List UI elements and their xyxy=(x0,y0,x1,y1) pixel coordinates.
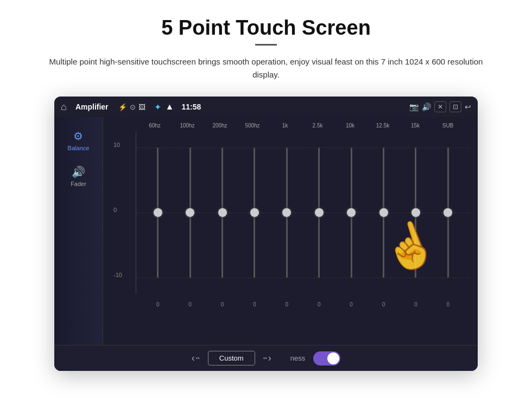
slider-fill-top-15k xyxy=(415,147,416,206)
freq-labels: 60hz 100hz 200hz 500hz 1k 2.5k 10k 12.5k… xyxy=(111,123,470,131)
slider-value-100hz: 0 xyxy=(188,301,192,307)
slider-thumb-sub[interactable] xyxy=(444,208,452,217)
slider-fill-bottom-10k xyxy=(351,219,352,278)
eq-wrapper: 10 0 -10 xyxy=(111,131,470,294)
slider-thumb-100hz[interactable] xyxy=(186,208,194,217)
slider-thumb-12k5[interactable] xyxy=(379,208,388,217)
close-icon[interactable]: ✕ xyxy=(434,101,446,112)
slider-thumb-1k[interactable] xyxy=(282,208,291,217)
next-chevron-icon: › xyxy=(268,352,271,364)
slider-col-2k5[interactable]: 0 xyxy=(303,131,335,294)
slider-fill-top-500hz xyxy=(254,147,255,206)
slider-fill-top-1k xyxy=(286,147,288,206)
slider-col-15k[interactable]: 0 xyxy=(400,131,432,294)
slider-col-1k[interactable]: 0 xyxy=(271,131,303,294)
slider-thumb-200hz[interactable] xyxy=(218,208,227,217)
slider-fill-bottom-12k5 xyxy=(383,219,384,278)
slider-col-200hz[interactable]: 0 xyxy=(206,131,238,294)
sidebar-item-fader[interactable]: 🔊 Fader xyxy=(68,161,89,191)
slider-thumb-60hz[interactable] xyxy=(154,208,162,217)
slider-value-2k5: 0 xyxy=(318,301,321,307)
wifi-icon: ▲ xyxy=(166,102,174,112)
slider-track-sub[interactable] xyxy=(447,147,449,278)
app-title: Amplifier xyxy=(75,102,109,111)
slider-col-10k[interactable]: 0 xyxy=(335,131,367,294)
slider-fill-top-100hz xyxy=(189,147,191,206)
slider-value-60hz: 0 xyxy=(156,301,160,307)
slider-track-10k[interactable] xyxy=(351,147,352,278)
sidebar-item-balance[interactable]: ⚙ Balance xyxy=(65,125,92,156)
slider-track-15k[interactable] xyxy=(415,147,416,278)
slider-thumb-15k[interactable] xyxy=(411,208,420,217)
freq-200hz: 200hz xyxy=(209,123,231,129)
slider-fill-bottom-15k xyxy=(415,219,416,278)
loudness-toggle[interactable] xyxy=(313,351,340,365)
back-icon[interactable]: ↩ xyxy=(465,102,471,111)
freq-15k: 15k xyxy=(404,123,426,129)
slider-thumb-500hz[interactable] xyxy=(250,208,259,217)
grid-label-10: 10 xyxy=(113,142,120,148)
slider-value-10k: 0 xyxy=(350,301,353,307)
prev-chevron-icon: ‹ xyxy=(192,352,195,364)
gps-icon: ⊙ xyxy=(130,103,136,111)
freq-sub: SUB xyxy=(437,123,459,129)
slider-value-12k5: 0 xyxy=(382,301,385,307)
slider-fill-top-2k5 xyxy=(318,147,320,206)
slider-col-60hz[interactable]: 0 xyxy=(142,131,174,294)
freq-1k: 1k xyxy=(274,123,296,129)
slider-value-1k: 0 xyxy=(286,301,289,307)
volume-icon[interactable]: 🔊 xyxy=(422,102,431,111)
slider-track-1k[interactable] xyxy=(286,147,288,278)
main-content: ⚙ Balance 🔊 Fader 60hz 100hz 200hz 500hz… xyxy=(54,117,478,345)
freq-10k: 10k xyxy=(339,123,361,129)
bluetooth-icon: ✦ xyxy=(154,102,161,112)
window-icon[interactable]: ⊡ xyxy=(449,101,461,112)
next-preset-button[interactable]: •• › xyxy=(263,352,271,364)
sidebar: ⚙ Balance 🔊 Fader xyxy=(54,117,103,345)
sidebar-label-fader: Fader xyxy=(71,181,86,187)
slider-track-500hz[interactable] xyxy=(254,147,255,278)
prev-dots: •• xyxy=(196,355,200,361)
slider-fill-top-200hz xyxy=(221,147,223,206)
page-title: 5 Point Touch Screen xyxy=(161,16,371,40)
fader-icon: 🔊 xyxy=(72,165,85,178)
home-icon[interactable]: ⌂ xyxy=(61,101,67,113)
slider-value-200hz: 0 xyxy=(221,301,224,307)
slider-fill-bottom-100hz xyxy=(189,219,191,278)
slider-col-12k5[interactable]: 0 xyxy=(368,131,400,294)
custom-preset-button[interactable]: Custom xyxy=(208,351,255,365)
slider-fill-top-60hz xyxy=(157,147,159,206)
loudness-label: ness xyxy=(290,354,305,362)
grid-label-0: 0 xyxy=(113,207,117,213)
next-dots: •• xyxy=(263,355,267,361)
slider-value-500hz: 0 xyxy=(253,301,256,307)
device-frame: ⌂ Amplifier ⚡ ⊙ 🖼 ✦ ▲ 11:58 📷 🔊 ✕ ⊡ ↩ ⚙ … xyxy=(54,97,478,371)
slider-fill-bottom-2k5 xyxy=(318,219,320,278)
eq-area: 60hz 100hz 200hz 500hz 1k 2.5k 10k 12.5k… xyxy=(103,117,478,345)
status-time: 11:58 xyxy=(181,102,201,111)
slider-col-sub[interactable]: 0 xyxy=(432,131,464,294)
slider-track-100hz[interactable] xyxy=(189,147,191,278)
slider-fill-top-10k xyxy=(351,147,352,206)
slider-col-100hz[interactable]: 0 xyxy=(174,131,206,294)
camera-icon[interactable]: 📷 xyxy=(409,102,419,111)
slider-track-12k5[interactable] xyxy=(383,147,384,278)
slider-fill-bottom-60hz xyxy=(157,219,159,278)
status-icons: ⚡ ⊙ 🖼 xyxy=(118,103,145,111)
title-divider xyxy=(255,44,277,46)
freq-500hz: 500hz xyxy=(242,123,263,129)
usb-icon: ⚡ xyxy=(118,103,127,111)
slider-col-500hz[interactable]: 0 xyxy=(238,131,270,294)
slider-thumb-2k5[interactable] xyxy=(315,208,324,217)
slider-track-60hz[interactable] xyxy=(157,147,159,278)
slider-fill-bottom-200hz xyxy=(221,219,223,278)
slider-track-2k5[interactable] xyxy=(318,147,320,278)
slider-thumb-10k[interactable] xyxy=(347,208,356,217)
freq-60hz: 60hz xyxy=(144,123,166,129)
image-icon: 🖼 xyxy=(138,103,145,111)
slider-track-200hz[interactable] xyxy=(221,147,223,278)
slider-value-sub: 0 xyxy=(447,301,450,307)
balance-icon: ⚙ xyxy=(73,130,83,143)
slider-fill-top-12k5 xyxy=(383,147,384,206)
prev-preset-button[interactable]: ‹ •• xyxy=(192,352,200,364)
